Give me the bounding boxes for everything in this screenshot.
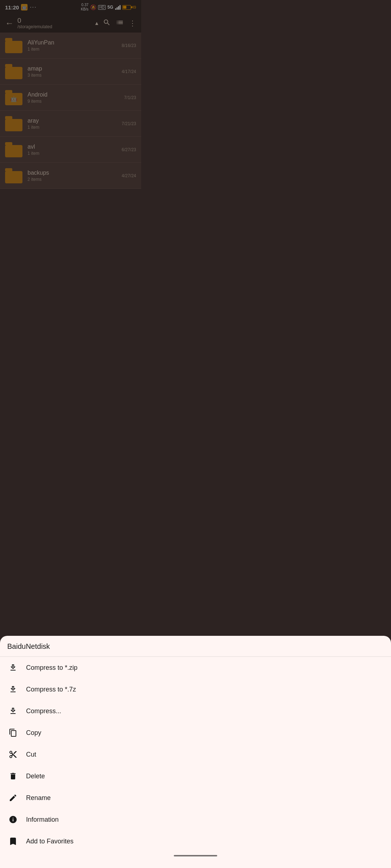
overlay[interactable] (0, 0, 141, 313)
